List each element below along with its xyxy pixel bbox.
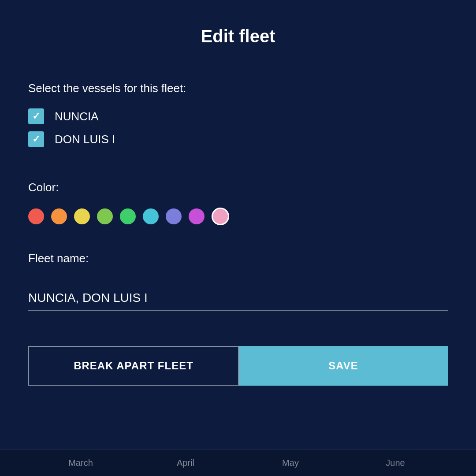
bottom-month-march: March [28, 458, 133, 468]
fleet-name-input[interactable] [28, 287, 448, 311]
vessel-item-nuncia: ✓ NUNCIA [28, 108, 448, 124]
bottom-month-may: May [238, 458, 343, 468]
main-content: Edit fleet Select the vessels for this f… [0, 0, 476, 450]
vessel-item-don-luis: ✓ DON LUIS I [28, 131, 448, 147]
color-section: Color: [28, 181, 448, 225]
bottom-month-june: June [343, 458, 448, 468]
checkmark-don-luis: ✓ [32, 134, 40, 145]
color-dot-green[interactable] [120, 208, 136, 224]
color-dot-cyan[interactable] [143, 208, 159, 224]
vessels-label: Select the vessels for this fleet: [28, 82, 448, 95]
color-dot-red[interactable] [28, 208, 44, 224]
checkmark-nuncia: ✓ [32, 111, 40, 122]
color-label: Color: [28, 181, 448, 194]
bottom-bar: March April May June [0, 450, 476, 476]
page-container: Edit fleet Select the vessels for this f… [0, 0, 476, 476]
color-dot-purple[interactable] [189, 208, 205, 224]
fleet-name-section: Fleet name: [28, 252, 448, 311]
color-dot-pink[interactable] [212, 208, 229, 225]
save-button[interactable]: SAVE [239, 346, 448, 386]
color-dot-blue[interactable] [166, 208, 182, 224]
fleet-name-label: Fleet name: [28, 252, 448, 265]
button-row: BREAK APART FLEET SAVE [28, 346, 448, 386]
vessel-name-nuncia: NUNCIA [55, 110, 99, 123]
checkbox-don-luis[interactable]: ✓ [28, 131, 44, 147]
color-dot-yellow[interactable] [74, 208, 90, 224]
break-apart-fleet-button[interactable]: BREAK APART FLEET [28, 346, 239, 386]
page-title: Edit fleet [28, 26, 448, 46]
bottom-month-april: April [133, 458, 238, 468]
vessel-name-don-luis: DON LUIS I [55, 133, 115, 146]
color-dot-light-green[interactable] [97, 208, 113, 224]
checkbox-nuncia[interactable]: ✓ [28, 108, 44, 124]
vessels-section: Select the vessels for this fleet: ✓ NUN… [28, 82, 448, 154]
color-dots [28, 208, 448, 225]
color-dot-orange[interactable] [51, 208, 67, 224]
